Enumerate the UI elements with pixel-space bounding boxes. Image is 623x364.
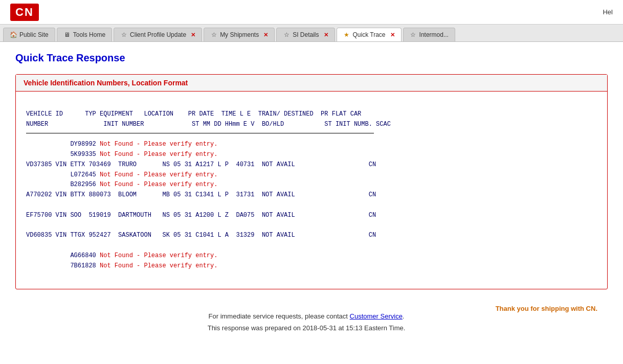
- tab-label: My Shipments: [220, 31, 259, 38]
- tab-label: Intermod...: [419, 31, 449, 38]
- footer: Thank you for shipping with CN. For imme…: [15, 305, 608, 342]
- close-icon[interactable]: ✕: [191, 32, 195, 38]
- nav-tabs: 🏠 Public Site 🖥 Tools Home ☆ Client Prof…: [0, 25, 623, 42]
- section-header: Vehicle Identification Numbers, Location…: [16, 75, 607, 92]
- main-content: Quick Trace Response Vehicle Identificat…: [0, 42, 623, 352]
- section-title: Vehicle Identification Numbers, Location…: [24, 79, 188, 87]
- customer-service-link[interactable]: Customer Service: [350, 312, 403, 320]
- tab-si-details[interactable]: ☆ SI Details ✕: [276, 28, 335, 41]
- help-link[interactable]: Hel: [603, 8, 613, 16]
- star-gold-icon: ★: [343, 31, 350, 38]
- footer-thank-you: Thank you for shipping with CN.: [15, 305, 597, 312]
- tab-label: Tools Home: [73, 31, 105, 38]
- tab-quick-trace[interactable]: ★ Quick Trace ✕: [337, 28, 402, 42]
- tab-tools-home[interactable]: 🖥 Tools Home: [57, 28, 112, 41]
- close-icon[interactable]: ✕: [324, 32, 328, 38]
- tab-client-profile-update[interactable]: ☆ Client Profile Update ✕: [114, 28, 202, 41]
- tab-label: Client Profile Update: [130, 31, 186, 38]
- close-icon[interactable]: ✕: [263, 32, 268, 38]
- footer-service-line: For immediate service requests, please c…: [15, 312, 597, 320]
- footer-prepared: This response was prepared on 2018-05-31…: [15, 324, 597, 332]
- star-icon: ☆: [410, 31, 417, 38]
- tools-icon: 🖥: [63, 31, 71, 38]
- tab-my-shipments[interactable]: ☆ My Shipments ✕: [204, 28, 275, 41]
- header: CN Hel: [0, 0, 623, 25]
- tab-public-site[interactable]: 🏠 Public Site: [3, 28, 55, 41]
- section-box: Vehicle Identification Numbers, Location…: [15, 74, 608, 289]
- trace-output: VEHICLE ID TYP EQUIPMENT LOCATION PR DAT…: [26, 99, 597, 281]
- tab-label: Quick Trace: [353, 31, 386, 38]
- cn-logo: CN: [10, 4, 39, 21]
- page-title: Quick Trace Response: [15, 52, 608, 64]
- close-icon[interactable]: ✕: [390, 32, 395, 38]
- tab-label: Public Site: [19, 31, 49, 38]
- star-icon: ☆: [120, 31, 127, 38]
- tab-intermodal[interactable]: ☆ Intermod...: [403, 28, 455, 41]
- star-icon: ☆: [283, 31, 290, 38]
- section-body: VEHICLE ID TYP EQUIPMENT LOCATION PR DAT…: [16, 92, 607, 289]
- home-icon: 🏠: [10, 31, 17, 38]
- star-icon: ☆: [210, 31, 217, 38]
- tab-label: SI Details: [293, 31, 319, 38]
